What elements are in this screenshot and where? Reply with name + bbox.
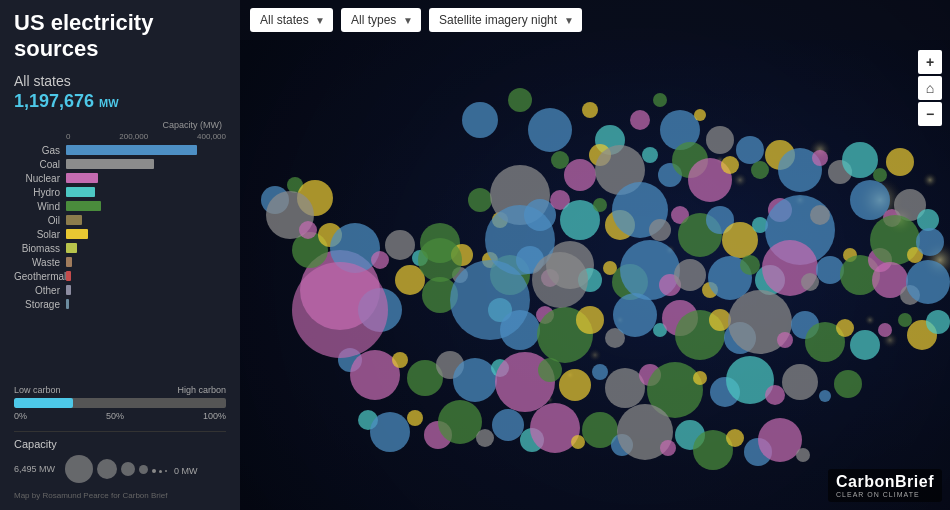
- pct-50: 50%: [106, 411, 124, 421]
- capacity-circle: [139, 465, 148, 474]
- energy-dot: [873, 168, 887, 182]
- energy-dot: [816, 256, 844, 284]
- energy-dot: [812, 150, 828, 166]
- imagery-dropdown[interactable]: Satellite imagery night: [429, 8, 582, 32]
- energy-dot: [571, 435, 585, 449]
- types-dropdown-wrapper[interactable]: All types ▼: [341, 8, 421, 32]
- zoom-home-button[interactable]: ⌂: [918, 76, 942, 100]
- energy-dot: [538, 358, 562, 382]
- high-carbon-label: High carbon: [177, 385, 226, 395]
- energy-dot: [532, 252, 588, 308]
- chart-label: Hydro: [14, 187, 66, 198]
- energy-dot: [407, 410, 423, 426]
- bar-container: [66, 229, 226, 239]
- energy-dot: [796, 448, 810, 462]
- bar: [66, 271, 71, 281]
- bar-container: [66, 299, 226, 309]
- carbonbrief-logo: CarbonBrief Clear on climate: [828, 469, 942, 502]
- capacity-title: Capacity: [14, 438, 226, 450]
- zoom-controls[interactable]: + ⌂ −: [918, 50, 942, 126]
- bar: [66, 159, 154, 169]
- pct-100: 100%: [203, 411, 226, 421]
- bar: [66, 299, 69, 309]
- bar-container: [66, 173, 226, 183]
- bar-container: [66, 243, 226, 253]
- energy-dot: [751, 161, 769, 179]
- energy-dot: [709, 309, 731, 331]
- chart-row-nuclear: Nuclear: [14, 173, 226, 184]
- energy-dot: [392, 352, 408, 368]
- capacity-circle: [97, 459, 117, 479]
- carbon-bar-track: [14, 398, 226, 408]
- energy-dot: [450, 260, 530, 340]
- bar: [66, 145, 197, 155]
- chart-label: Nuclear: [14, 173, 66, 184]
- energy-dot: [492, 409, 524, 441]
- energy-dot: [605, 368, 645, 408]
- cap-dot-2: [159, 470, 162, 473]
- chart-row-other: Other: [14, 285, 226, 296]
- bar: [66, 243, 77, 253]
- energy-dot: [777, 332, 793, 348]
- chart-label: Storage: [14, 299, 66, 310]
- total-unit: MW: [99, 97, 119, 109]
- states-dropdown[interactable]: All states: [250, 8, 333, 32]
- types-dropdown[interactable]: All types: [341, 8, 421, 32]
- energy-dot: [385, 230, 415, 260]
- energy-dot: [453, 358, 497, 402]
- total-mw-value: 1,197,676: [14, 91, 94, 111]
- chart-row-hydro: Hydro: [14, 187, 226, 198]
- energy-dot-large: [292, 262, 388, 358]
- zoom-out-button[interactable]: −: [918, 102, 942, 126]
- chart-row-waste: Waste: [14, 257, 226, 268]
- energy-dot: [551, 151, 569, 169]
- bar-container: [66, 145, 226, 155]
- bar-container: [66, 257, 226, 267]
- energy-dots-layer: [240, 0, 950, 510]
- bar-container: [66, 285, 226, 295]
- energy-dot: [694, 109, 706, 121]
- capacity-circles: 6,495 MW: [14, 455, 148, 483]
- energy-dot: [736, 136, 764, 164]
- energy-dot: [886, 148, 914, 176]
- bar: [66, 173, 98, 183]
- energy-dot: [834, 370, 862, 398]
- bar: [66, 257, 72, 267]
- tick-0: 0: [66, 132, 70, 141]
- chart-label: Oil: [14, 215, 66, 226]
- energy-dot: [370, 412, 410, 452]
- capacity-circle: [121, 462, 135, 476]
- cap-dot-1: [152, 469, 156, 473]
- chart-label: Gas: [14, 145, 66, 156]
- carbon-bar-fill: [14, 398, 73, 408]
- energy-dot: [819, 390, 831, 402]
- region-label: All states: [14, 73, 226, 89]
- capacity-dot-row: 0 MW: [152, 466, 198, 476]
- energy-dot: [559, 369, 591, 401]
- bar: [66, 229, 88, 239]
- energy-dot: [836, 319, 854, 337]
- energy-dot: [593, 198, 607, 212]
- energy-dot: [660, 440, 676, 456]
- zoom-in-button[interactable]: +: [918, 50, 942, 74]
- energy-dot: [726, 429, 744, 447]
- energy-dot: [765, 385, 785, 405]
- chart-label: Wind: [14, 201, 66, 212]
- energy-dot: [721, 156, 739, 174]
- logo-name: CarbonBrief: [836, 473, 934, 491]
- axis-ticks: 0 200,000 400,000: [14, 132, 226, 141]
- states-dropdown-wrapper[interactable]: All states ▼: [250, 8, 333, 32]
- top-bar: All states ▼ All types ▼ Satellite image…: [240, 0, 950, 40]
- energy-dot: [564, 159, 596, 191]
- zero-mw-label: 0 MW: [174, 466, 198, 476]
- energy-dot: [850, 330, 880, 360]
- imagery-dropdown-wrapper[interactable]: Satellite imagery night ▼: [429, 8, 582, 32]
- energy-dot: [528, 108, 572, 152]
- energy-dot: [693, 371, 707, 385]
- map-area[interactable]: All states ▼ All types ▼ Satellite image…: [240, 0, 950, 510]
- energy-dot: [508, 88, 532, 112]
- bar: [66, 215, 82, 225]
- energy-dot: [878, 323, 892, 337]
- energy-dot: [630, 110, 650, 130]
- bar-container: [66, 187, 226, 197]
